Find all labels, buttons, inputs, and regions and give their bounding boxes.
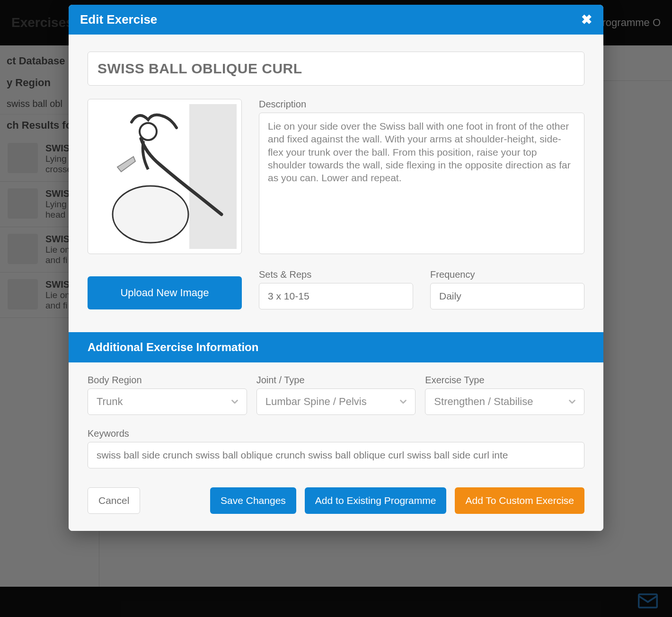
edit-exercise-modal: Edit Exercise ✖ — [69, 5, 603, 531]
svg-point-0 — [113, 186, 188, 243]
chevron-down-icon — [567, 397, 577, 407]
frequency-input[interactable] — [430, 283, 584, 309]
keywords-label: Keywords — [88, 428, 584, 439]
description-label: Description — [259, 99, 584, 110]
exercise-illustration-icon — [94, 106, 236, 247]
keywords-input[interactable] — [88, 442, 584, 468]
modal-header: Edit Exercise ✖ — [69, 5, 603, 35]
save-button[interactable]: Save Changes — [210, 487, 296, 514]
exercise-image — [88, 99, 242, 254]
modal-title: Edit Exercise — [80, 12, 157, 27]
additional-info-bar: Additional Exercise Information — [69, 332, 603, 362]
modal-body-top: Description Lie on your side over the Sw… — [69, 35, 603, 321]
exercise-type-select[interactable]: Strengthen / Stabilise — [425, 388, 584, 415]
body-region-value: Trunk — [97, 396, 123, 408]
close-icon[interactable]: ✖ — [581, 13, 592, 26]
chevron-down-icon — [230, 397, 240, 407]
joint-type-value: Lumbar Spine / Pelvis — [265, 396, 367, 408]
body-region-label: Body Region — [88, 375, 247, 386]
joint-type-label: Joint / Type — [256, 375, 416, 386]
joint-type-select[interactable]: Lumbar Spine / Pelvis — [256, 388, 416, 415]
frequency-label: Frequency — [430, 269, 584, 280]
sets-reps-input[interactable] — [259, 283, 413, 309]
app-background: Exercises Programme O ct Database y Regi… — [0, 0, 672, 617]
description-input[interactable]: Lie on your side over the Swiss ball wit… — [259, 113, 584, 254]
exercise-type-value: Strengthen / Stabilise — [434, 396, 533, 408]
exercise-name-input[interactable] — [88, 52, 584, 86]
body-region-select[interactable]: Trunk — [88, 388, 247, 415]
modal-footer: Cancel Save Changes Add to Existing Prog… — [69, 473, 603, 531]
sets-reps-label: Sets & Reps — [259, 269, 413, 280]
add-custom-exercise-button[interactable]: Add To Custom Exercise — [455, 487, 584, 514]
exercise-type-label: Exercise Type — [425, 375, 584, 386]
chevron-down-icon — [398, 397, 408, 407]
upload-image-button[interactable]: Upload New Image — [88, 276, 242, 309]
add-existing-programme-button[interactable]: Add to Existing Programme — [305, 487, 447, 514]
modal-body-bottom: Body Region Trunk Joint / Type Lumbar Sp… — [69, 362, 603, 473]
cancel-button[interactable]: Cancel — [88, 487, 140, 514]
modal-overlay: Edit Exercise ✖ — [0, 0, 672, 617]
